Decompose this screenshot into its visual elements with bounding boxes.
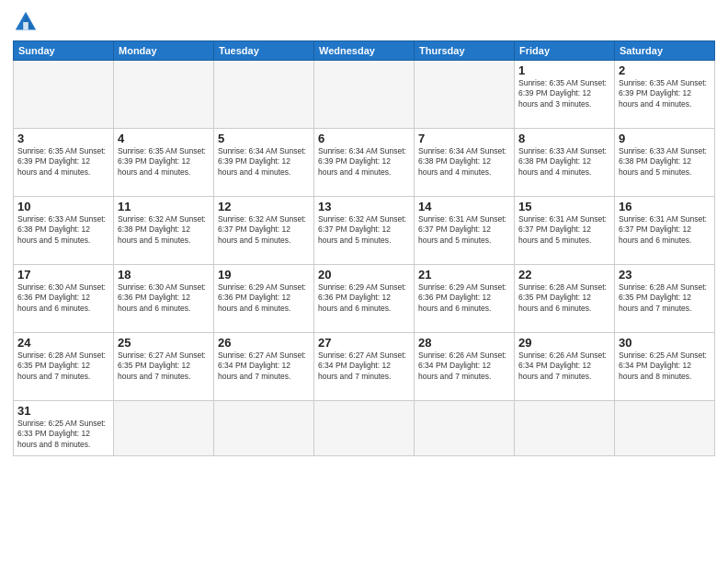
calendar-cell <box>415 61 515 129</box>
day-info: Sunrise: 6:32 AM Sunset: 6:38 PM Dayligh… <box>118 214 210 246</box>
calendar-cell: 17Sunrise: 6:30 AM Sunset: 6:36 PM Dayli… <box>14 265 114 333</box>
day-info: Sunrise: 6:33 AM Sunset: 6:38 PM Dayligh… <box>518 146 610 178</box>
day-number: 21 <box>418 268 510 282</box>
day-info: Sunrise: 6:30 AM Sunset: 6:36 PM Dayligh… <box>17 282 109 314</box>
calendar-cell <box>14 61 114 129</box>
weekday-header-thursday: Thursday <box>415 41 515 61</box>
calendar-cell: 11Sunrise: 6:32 AM Sunset: 6:38 PM Dayli… <box>114 197 214 265</box>
day-number: 23 <box>619 268 711 282</box>
calendar-body: 1Sunrise: 6:35 AM Sunset: 6:39 PM Daylig… <box>14 61 715 456</box>
calendar-table: SundayMondayTuesdayWednesdayThursdayFrid… <box>13 40 715 456</box>
calendar-cell <box>515 401 615 456</box>
day-number: 30 <box>619 336 711 350</box>
day-number: 5 <box>218 132 310 145</box>
day-number: 10 <box>17 200 109 213</box>
day-number: 11 <box>118 200 210 213</box>
weekday-header-sunday: Sunday <box>14 41 114 61</box>
calendar-week-5: 24Sunrise: 6:28 AM Sunset: 6:35 PM Dayli… <box>14 333 715 401</box>
day-number: 28 <box>418 336 510 350</box>
day-number: 14 <box>418 200 510 213</box>
calendar-week-3: 10Sunrise: 6:33 AM Sunset: 6:38 PM Dayli… <box>14 197 715 265</box>
calendar-week-6: 31Sunrise: 6:25 AM Sunset: 6:33 PM Dayli… <box>14 401 715 456</box>
weekday-header-wednesday: Wednesday <box>314 41 415 61</box>
day-info: Sunrise: 6:35 AM Sunset: 6:39 PM Dayligh… <box>518 78 610 109</box>
weekday-header-monday: Monday <box>114 41 214 61</box>
calendar-cell: 26Sunrise: 6:27 AM Sunset: 6:34 PM Dayli… <box>214 333 314 401</box>
weekday-header-saturday: Saturday <box>615 41 715 61</box>
day-number: 31 <box>17 404 109 418</box>
page: SundayMondayTuesdayWednesdayThursdayFrid… <box>0 0 728 563</box>
day-number: 16 <box>619 200 711 213</box>
day-info: Sunrise: 6:34 AM Sunset: 6:39 PM Dayligh… <box>218 146 310 178</box>
calendar-week-2: 3Sunrise: 6:35 AM Sunset: 6:39 PM Daylig… <box>14 129 715 197</box>
day-info: Sunrise: 6:32 AM Sunset: 6:37 PM Dayligh… <box>218 214 310 246</box>
day-number: 22 <box>518 268 610 282</box>
calendar-cell: 30Sunrise: 6:25 AM Sunset: 6:34 PM Dayli… <box>615 333 715 401</box>
day-info: Sunrise: 6:33 AM Sunset: 6:38 PM Dayligh… <box>17 214 109 246</box>
calendar-cell: 14Sunrise: 6:31 AM Sunset: 6:37 PM Dayli… <box>415 197 515 265</box>
day-number: 2 <box>619 63 711 77</box>
day-info: Sunrise: 6:35 AM Sunset: 6:39 PM Dayligh… <box>17 146 109 178</box>
day-info: Sunrise: 6:28 AM Sunset: 6:35 PM Dayligh… <box>619 282 711 314</box>
calendar-cell <box>314 61 415 129</box>
day-info: Sunrise: 6:29 AM Sunset: 6:36 PM Dayligh… <box>218 282 310 314</box>
day-info: Sunrise: 6:35 AM Sunset: 6:39 PM Dayligh… <box>118 146 210 178</box>
calendar-cell: 28Sunrise: 6:26 AM Sunset: 6:34 PM Dayli… <box>415 333 515 401</box>
calendar-cell <box>615 401 715 456</box>
calendar-cell <box>214 61 314 129</box>
calendar-cell <box>214 401 314 456</box>
calendar-cell: 5Sunrise: 6:34 AM Sunset: 6:39 PM Daylig… <box>214 129 314 197</box>
day-info: Sunrise: 6:27 AM Sunset: 6:34 PM Dayligh… <box>318 350 410 382</box>
calendar-cell: 12Sunrise: 6:32 AM Sunset: 6:37 PM Dayli… <box>214 197 314 265</box>
calendar-cell: 27Sunrise: 6:27 AM Sunset: 6:34 PM Dayli… <box>314 333 415 401</box>
calendar-cell: 3Sunrise: 6:35 AM Sunset: 6:39 PM Daylig… <box>14 129 114 197</box>
day-info: Sunrise: 6:28 AM Sunset: 6:35 PM Dayligh… <box>518 282 610 314</box>
calendar-cell: 31Sunrise: 6:25 AM Sunset: 6:33 PM Dayli… <box>14 401 114 456</box>
calendar-cell: 24Sunrise: 6:28 AM Sunset: 6:35 PM Dayli… <box>14 333 114 401</box>
day-info: Sunrise: 6:30 AM Sunset: 6:36 PM Dayligh… <box>118 282 210 314</box>
calendar-cell: 16Sunrise: 6:31 AM Sunset: 6:37 PM Dayli… <box>615 197 715 265</box>
day-number: 19 <box>218 268 310 282</box>
logo-icon <box>13 9 39 35</box>
day-number: 15 <box>518 200 610 213</box>
svg-rect-2 <box>23 22 28 29</box>
day-number: 3 <box>17 132 109 145</box>
weekday-header-friday: Friday <box>515 41 615 61</box>
day-number: 27 <box>318 336 410 350</box>
day-number: 13 <box>318 200 410 213</box>
calendar-cell: 29Sunrise: 6:26 AM Sunset: 6:34 PM Dayli… <box>515 333 615 401</box>
day-number: 20 <box>318 268 410 282</box>
day-info: Sunrise: 6:25 AM Sunset: 6:34 PM Dayligh… <box>619 350 711 382</box>
day-info: Sunrise: 6:31 AM Sunset: 6:37 PM Dayligh… <box>418 214 510 246</box>
day-number: 26 <box>218 336 310 350</box>
calendar-cell: 20Sunrise: 6:29 AM Sunset: 6:36 PM Dayli… <box>314 265 415 333</box>
calendar-cell: 23Sunrise: 6:28 AM Sunset: 6:35 PM Dayli… <box>615 265 715 333</box>
calendar-header-row: SundayMondayTuesdayWednesdayThursdayFrid… <box>14 41 715 61</box>
day-number: 29 <box>518 336 610 350</box>
day-number: 8 <box>518 132 610 145</box>
logo <box>13 9 42 35</box>
day-info: Sunrise: 6:29 AM Sunset: 6:36 PM Dayligh… <box>318 282 410 314</box>
day-number: 7 <box>418 132 510 145</box>
day-info: Sunrise: 6:26 AM Sunset: 6:34 PM Dayligh… <box>418 350 510 382</box>
calendar-cell: 19Sunrise: 6:29 AM Sunset: 6:36 PM Dayli… <box>214 265 314 333</box>
calendar-cell: 8Sunrise: 6:33 AM Sunset: 6:38 PM Daylig… <box>515 129 615 197</box>
day-info: Sunrise: 6:27 AM Sunset: 6:35 PM Dayligh… <box>118 350 210 382</box>
calendar-cell: 13Sunrise: 6:32 AM Sunset: 6:37 PM Dayli… <box>314 197 415 265</box>
calendar-cell: 1Sunrise: 6:35 AM Sunset: 6:39 PM Daylig… <box>515 61 615 129</box>
calendar-cell: 6Sunrise: 6:34 AM Sunset: 6:39 PM Daylig… <box>314 129 415 197</box>
calendar-cell: 4Sunrise: 6:35 AM Sunset: 6:39 PM Daylig… <box>114 129 214 197</box>
day-info: Sunrise: 6:31 AM Sunset: 6:37 PM Dayligh… <box>518 214 610 246</box>
day-info: Sunrise: 6:31 AM Sunset: 6:37 PM Dayligh… <box>619 214 711 246</box>
day-number: 18 <box>118 268 210 282</box>
calendar-cell: 21Sunrise: 6:29 AM Sunset: 6:36 PM Dayli… <box>415 265 515 333</box>
day-number: 24 <box>17 336 109 350</box>
day-info: Sunrise: 6:27 AM Sunset: 6:34 PM Dayligh… <box>218 350 310 382</box>
calendar-cell: 7Sunrise: 6:34 AM Sunset: 6:38 PM Daylig… <box>415 129 515 197</box>
calendar-cell: 10Sunrise: 6:33 AM Sunset: 6:38 PM Dayli… <box>14 197 114 265</box>
header <box>13 9 715 35</box>
day-info: Sunrise: 6:26 AM Sunset: 6:34 PM Dayligh… <box>518 350 610 382</box>
day-info: Sunrise: 6:33 AM Sunset: 6:38 PM Dayligh… <box>619 146 711 178</box>
day-info: Sunrise: 6:29 AM Sunset: 6:36 PM Dayligh… <box>418 282 510 314</box>
calendar-cell: 22Sunrise: 6:28 AM Sunset: 6:35 PM Dayli… <box>515 265 615 333</box>
